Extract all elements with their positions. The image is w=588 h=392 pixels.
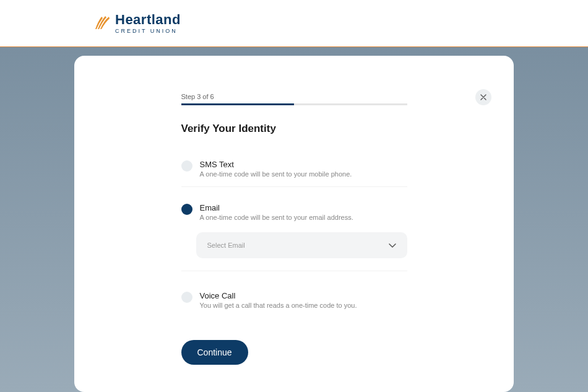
page-background: Step 3 of 6 Verify Your Identity SMS Tex… xyxy=(0,47,588,392)
radio-voice[interactable] xyxy=(181,292,192,303)
email-select-placeholder: Select Email xyxy=(207,242,245,249)
page-title: Verify Your Identity xyxy=(181,123,407,135)
radio-sms[interactable] xyxy=(181,160,192,172)
header: Heartland CREDIT UNION xyxy=(0,0,588,47)
continue-button[interactable]: Continue xyxy=(181,340,248,365)
brand-sub: CREDIT UNION xyxy=(115,28,181,34)
option-sms[interactable]: SMS Text A one-time code will be sent to… xyxy=(181,155,407,187)
close-button[interactable] xyxy=(475,89,491,105)
progress-fill xyxy=(181,103,295,105)
option-sms-label: SMS Text xyxy=(200,160,407,169)
logo-icon xyxy=(93,13,111,34)
option-email-label: Email xyxy=(200,203,407,212)
progress-bar xyxy=(181,103,407,105)
chevron-down-icon xyxy=(389,240,396,251)
step-label: Step 3 of 6 xyxy=(181,93,407,100)
modal-card: Step 3 of 6 Verify Your Identity SMS Tex… xyxy=(74,56,514,392)
brand-logo: Heartland CREDIT UNION xyxy=(93,13,181,34)
email-select[interactable]: Select Email xyxy=(196,232,407,258)
brand-name: Heartland xyxy=(115,13,181,27)
option-voice-label: Voice Call xyxy=(200,291,407,300)
close-icon xyxy=(480,94,486,100)
option-sms-desc: A one-time code will be sent to your mob… xyxy=(200,170,407,178)
option-voice-desc: You will get a call that reads a one-tim… xyxy=(200,302,407,309)
option-voice[interactable]: Voice Call You will get a call that read… xyxy=(181,286,407,318)
option-email[interactable]: Email A one-time code will be sent to yo… xyxy=(181,191,407,226)
radio-email[interactable] xyxy=(181,204,192,215)
option-email-desc: A one-time code will be sent to your ema… xyxy=(200,214,407,221)
